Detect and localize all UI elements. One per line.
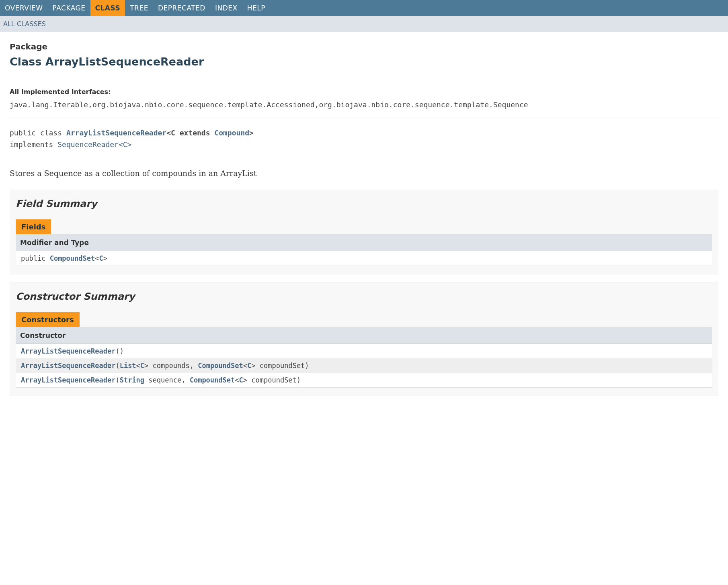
nav-item-index[interactable]: INDEX: [210, 0, 242, 16]
signature-generic-open: <C extends: [166, 129, 214, 137]
param-name: compoundSet): [247, 376, 301, 384]
field-cell: public CompoundSet<C>: [16, 251, 712, 266]
constructor-name[interactable]: ArrayListSequenceReader: [21, 362, 115, 370]
paren-open: (: [115, 376, 119, 384]
nav-link[interactable]: TREE: [130, 4, 148, 12]
param-name: sequence,: [144, 376, 190, 384]
field-summary-section: Field Summary Fields Modifier and Type p…: [10, 190, 718, 274]
constructor-name[interactable]: ArrayListSequenceReader: [21, 376, 115, 384]
param-generic[interactable]: C: [140, 362, 144, 370]
constructor-params: (): [115, 347, 123, 355]
fields-caption: Fields: [16, 219, 51, 234]
param-type[interactable]: List: [120, 362, 136, 370]
param-generic[interactable]: C: [247, 362, 251, 370]
constructors-caption: Constructors: [16, 312, 80, 327]
param-generic[interactable]: C: [239, 376, 243, 384]
param-name: compounds,: [148, 362, 198, 370]
field-modifier: public: [21, 254, 50, 262]
signature-generic-close: >: [249, 129, 254, 137]
nav-item-help[interactable]: HELP: [242, 0, 270, 16]
interfaces-list: java.lang.Iterable,org.biojava.nbio.core…: [10, 100, 718, 109]
fields-header: Modifier and Type: [16, 234, 712, 251]
constructors-table: Constructor ArrayListSequenceReader() Ar…: [16, 327, 712, 388]
signature-implements-type[interactable]: SequenceReader: [57, 140, 119, 149]
table-row: ArrayListSequenceReader(List<C> compound…: [16, 358, 712, 373]
fields-table: Modifier and Type public CompoundSet<C>: [16, 234, 712, 266]
all-classes-link[interactable]: ALL CLASSES: [3, 20, 46, 28]
param-name: compoundSet): [256, 362, 309, 370]
constructor-summary-title: Constructor Summary: [16, 291, 712, 302]
field-angle-open: <: [95, 254, 99, 262]
table-row: ArrayListSequenceReader(String sequence,…: [16, 373, 712, 388]
constructor-cell: ArrayListSequenceReader(List<C> compound…: [16, 358, 712, 373]
nav-item-package[interactable]: PACKAGE: [48, 0, 90, 16]
constructor-summary-section: Constructor Summary Constructors Constru…: [10, 282, 718, 396]
nav-link[interactable]: HELP: [247, 4, 265, 12]
signature-compound[interactable]: Compound: [214, 129, 249, 137]
field-summary-table-wrap: Fields Modifier and Type public Compound…: [16, 219, 712, 266]
table-row: public CompoundSet<C>: [16, 251, 712, 266]
nav-link[interactable]: INDEX: [215, 4, 238, 12]
nav-link[interactable]: DEPRECATED: [158, 4, 205, 12]
signature-implements-generic: <C>: [119, 140, 132, 149]
class-signature: public class ArrayListSequenceReader<C e…: [10, 127, 718, 151]
field-type[interactable]: CompoundSet: [50, 254, 95, 262]
table-row: ArrayListSequenceReader(): [16, 344, 712, 358]
constructor-cell: ArrayListSequenceReader(): [16, 344, 712, 358]
nav-item-tree[interactable]: TREE: [125, 0, 153, 16]
class-title: Class ArrayListSequenceReader: [10, 55, 718, 68]
constructor-cell: ArrayListSequenceReader(String sequence,…: [16, 373, 712, 388]
nav-link[interactable]: OVERVIEW: [5, 4, 43, 12]
signature-modifier: public class: [10, 129, 66, 137]
top-nav: OVERVIEW PACKAGE CLASS TREE DEPRECATED I…: [0, 0, 728, 16]
field-generic[interactable]: C: [99, 254, 103, 262]
paren-open: (: [115, 362, 119, 370]
nav-list: OVERVIEW PACKAGE CLASS TREE DEPRECATED I…: [0, 0, 728, 16]
field-summary-title: Field Summary: [16, 198, 712, 209]
param-type[interactable]: CompoundSet: [198, 362, 243, 370]
field-angle-close: >: [103, 254, 107, 262]
constructor-summary-table-wrap: Constructors Constructor ArrayListSequen…: [16, 312, 712, 388]
sub-nav: ALL CLASSES: [0, 16, 728, 32]
nav-item-class[interactable]: CLASS: [90, 0, 125, 16]
nav-link[interactable]: CLASS: [95, 4, 121, 12]
constructor-name[interactable]: ArrayListSequenceReader: [21, 347, 115, 355]
param-type[interactable]: String: [120, 376, 144, 384]
nav-link[interactable]: PACKAGE: [53, 4, 86, 12]
signature-implements: implements: [10, 140, 57, 149]
nav-item-deprecated[interactable]: DEPRECATED: [153, 0, 210, 16]
nav-item-overview[interactable]: OVERVIEW: [0, 0, 48, 16]
constructors-header: Constructor: [16, 327, 712, 344]
main-content: Package Class ArrayListSequenceReader Al…: [0, 32, 728, 414]
interfaces-heading: All Implemented Interfaces:: [10, 88, 718, 96]
signature-class-name: ArrayListSequenceReader: [66, 129, 166, 137]
class-description: Stores a Sequence as a collection of com…: [10, 169, 718, 178]
param-type[interactable]: CompoundSet: [190, 376, 235, 384]
divider: [10, 117, 718, 117]
package-label: Package: [10, 42, 718, 51]
